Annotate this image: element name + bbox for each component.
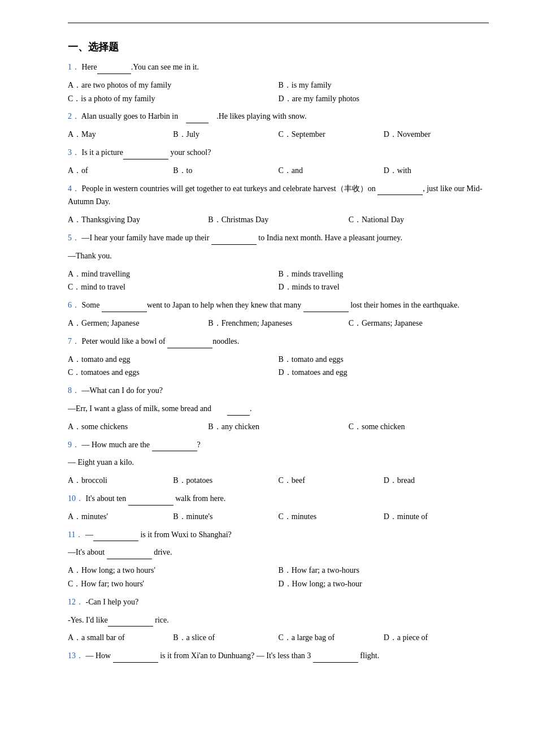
q12-text: -Can I help you? — [86, 598, 139, 606]
question-10: 10． It's about ten walk from here. — [68, 492, 489, 506]
q2-optC: C．September — [279, 128, 384, 141]
q5-text2: —Thank you. — [68, 249, 489, 263]
q1-optD: D．are my family photos — [279, 92, 489, 106]
q3-optC: C．and — [279, 164, 384, 178]
q8-optB: B．any chicken — [208, 420, 348, 434]
q8-options: A．some chickens B．any chicken C．some chi… — [68, 420, 489, 434]
q7-number: 7． — [68, 337, 80, 345]
q7-options: A．tomato and egg B．tomato and eggs C．tom… — [68, 353, 489, 380]
q4-text: People in western countries will get tog… — [68, 184, 483, 206]
question-9: 9． — How much are the ? — [68, 438, 489, 452]
q8-text2: —Err, I want a glass of milk, some bread… — [68, 402, 489, 416]
q11-optA: A．How long; a two hours' — [68, 564, 279, 577]
q5-number: 5． — [68, 234, 80, 242]
q7-optC: C．tomatoes and eggs — [68, 366, 279, 379]
q1-optC: C．is a photo of my family — [68, 92, 279, 106]
q9-optA: A．broccoli — [68, 474, 173, 487]
q13-number: 13． — [68, 651, 84, 660]
q10-optD: D．minute of — [384, 510, 489, 524]
q9-optD: D．bread — [384, 474, 489, 487]
question-1: 1． Here.You can see me in it. — [68, 61, 489, 74]
q4-optA: A．Thanksgiving Day — [68, 213, 208, 227]
q3-text: Is it a picture your school? — [82, 148, 211, 157]
q3-options: A．of B．to C．and D．with — [68, 164, 489, 178]
q9-optC: C．beef — [279, 474, 384, 487]
top-divider — [68, 23, 489, 23]
q5-optB: B．minds travelling — [279, 267, 489, 281]
q1-text: Here.You can see me in it. — [82, 63, 199, 71]
q3-optA: A．of — [68, 164, 173, 178]
q10-optC: C．minutes — [279, 510, 384, 524]
q11-optC: C．How far; two hours' — [68, 577, 279, 591]
q6-optB: B．Frenchmen; Japaneses — [208, 317, 348, 330]
q9-text2: — Eight yuan a kilo. — [68, 456, 489, 469]
q11-text: — is it from Wuxi to Shanghai? — [85, 530, 232, 539]
question-4: 4． People in western countries will get … — [68, 182, 489, 209]
q2-optB: B．July — [173, 128, 278, 141]
q12-options: A．a small bar of B．a slice of C．a large … — [68, 631, 489, 645]
q2-optA: A．May — [68, 128, 173, 141]
q10-number: 10． — [68, 494, 84, 503]
q8-number: 8． — [68, 386, 80, 395]
q12-optA: A．a small bar of — [68, 631, 173, 645]
q10-optA: A．minutes' — [68, 510, 173, 524]
q10-optB: B．minute's — [173, 510, 278, 524]
q4-optB: B．Christmas Day — [208, 213, 348, 227]
q11-optB: B．How far; a two-hours — [279, 564, 489, 577]
q9-optB: B．potatoes — [173, 474, 278, 487]
question-2: 2． Alan usually goes to Harbin in .He li… — [68, 110, 489, 123]
q11-optD: D．How long; a two-hour — [279, 577, 489, 591]
q9-text: — How much are the ? — [82, 440, 201, 449]
q9-number: 9． — [68, 440, 80, 449]
q5-options: A．mind travelling B．minds travelling C．m… — [68, 267, 489, 295]
q7-optB: B．tomato and eggs — [279, 353, 489, 366]
q2-options: A．May B．July C．September D．November — [68, 128, 489, 141]
q8-optA: A．some chickens — [68, 420, 208, 434]
q12-optC: C．a large bag of — [279, 631, 384, 645]
q13-text: — How is it from Xi'an to Dunhuang? — It… — [86, 651, 380, 660]
q1-options: A．are two photos of my family B．is my fa… — [68, 79, 489, 106]
q9-options: A．broccoli B．potatoes C．beef D．bread — [68, 474, 489, 487]
q4-number: 4． — [68, 184, 80, 193]
q6-optC: C．Germans; Japanese — [349, 317, 489, 330]
q3-optD: D．with — [384, 164, 489, 178]
q11-options: A．How long; a two hours' B．How far; a tw… — [68, 564, 489, 591]
q6-number: 6． — [68, 301, 80, 309]
q10-options: A．minutes' B．minute's C．minutes D．minute… — [68, 510, 489, 524]
q12-text2: -Yes. I'd like rice. — [68, 614, 489, 627]
question-12: 12． -Can I help you? — [68, 595, 489, 609]
q8-text: —What can I do for you? — [82, 386, 163, 395]
q2-number: 2． — [68, 112, 80, 120]
q3-number: 3． — [68, 148, 80, 157]
q5-optC: C．mind to travel — [68, 280, 279, 294]
q7-text: Peter would like a bowl of noodles. — [82, 337, 240, 345]
q12-optB: B．a slice of — [173, 631, 278, 645]
question-5: 5． —I hear your family have made up thei… — [68, 231, 489, 245]
q12-optD: D．a piece of — [384, 631, 489, 645]
q1-number: 1． — [68, 63, 80, 71]
q12-number: 12． — [68, 598, 84, 606]
question-13: 13． — How is it from Xi'an to Dunhuang? … — [68, 649, 489, 663]
q5-optA: A．mind travelling — [68, 267, 279, 281]
q11-text2: —It's about drive. — [68, 546, 489, 559]
question-3: 3． Is it a picture your school? — [68, 146, 489, 159]
question-7: 7． Peter would like a bowl of noodles. — [68, 335, 489, 348]
q4-optC: C．National Day — [349, 213, 489, 227]
q5-text: —I hear your family have made up their t… — [82, 234, 402, 242]
question-6: 6． Some went to Japan to help when they … — [68, 299, 489, 312]
q4-options: A．Thanksgiving Day B．Christmas Day C．Nat… — [68, 213, 489, 227]
q6-optA: A．Germen; Japanese — [68, 317, 208, 330]
q3-optB: B．to — [173, 164, 278, 178]
q5-optD: D．minds to travel — [279, 280, 489, 294]
question-8: 8． —What can I do for you? — [68, 384, 489, 398]
q7-optA: A．tomato and egg — [68, 353, 279, 366]
q11-number: 11． — [68, 530, 83, 539]
q7-optD: D．tomatoes and egg — [279, 366, 489, 379]
q2-optD: D．November — [384, 128, 489, 141]
question-11: 11． — is it from Wuxi to Shanghai? — [68, 528, 489, 542]
q2-text: Alan usually goes to Harbin in .He likes… — [81, 112, 307, 120]
q1-optA: A．are two photos of my family — [68, 79, 279, 92]
q6-options: A．Germen; Japanese B．Frenchmen; Japanese… — [68, 317, 489, 330]
q8-optC: C．some chicken — [349, 420, 489, 434]
q6-text: Some went to Japan to help when they kne… — [82, 301, 460, 309]
